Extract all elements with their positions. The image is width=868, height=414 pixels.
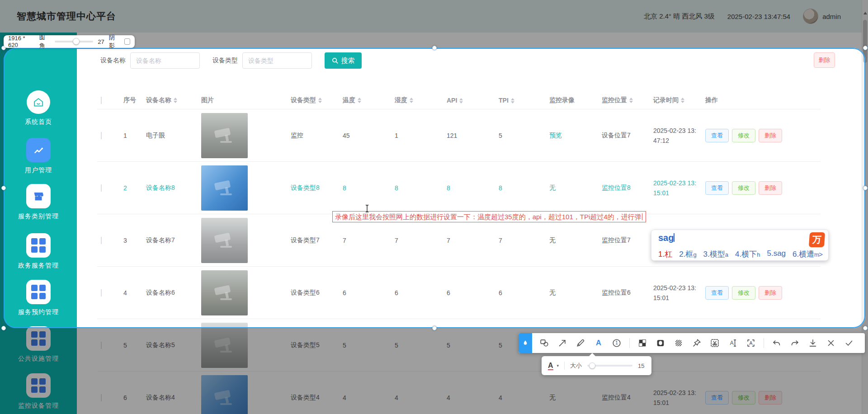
pin-tool-icon[interactable] (691, 338, 702, 348)
device-image[interactable] (201, 323, 248, 368)
selection-handle[interactable] (863, 186, 868, 190)
ocr-tool-icon[interactable]: A (745, 338, 756, 348)
font-color-button[interactable]: A (548, 362, 553, 370)
device-type-input[interactable] (242, 52, 312, 69)
camera-glyph-icon (212, 125, 237, 146)
row-checkbox[interactable] (101, 132, 102, 139)
shapes-tool-icon[interactable] (539, 338, 550, 348)
hatch-tool-icon[interactable] (673, 338, 684, 348)
scrollbar-thumb[interactable] (863, 20, 867, 63)
sidebar-item-服务预约管理[interactable]: 服务预约管理 (0, 280, 77, 316)
edit-button[interactable]: 修改 (732, 129, 755, 142)
user-menu[interactable]: admin (803, 9, 841, 24)
ime-prev-page[interactable]: < (811, 250, 816, 258)
device-image[interactable] (201, 165, 248, 211)
ime-candidate[interactable]: 4.横下h (735, 249, 760, 259)
download-tool-icon[interactable] (807, 338, 818, 348)
edit-button[interactable]: 修改 (732, 391, 755, 405)
ime-candidate[interactable]: 1.杠 (658, 249, 672, 259)
droplet-icon[interactable] (519, 333, 532, 353)
sidebar-item-公共设施管理[interactable]: 公共设施管理 (0, 326, 77, 363)
view-button[interactable]: 查看 (705, 181, 729, 195)
arrow-tool-icon[interactable] (557, 338, 568, 348)
delete-row-button[interactable]: 删除 (759, 286, 782, 300)
cell-api: 7 (443, 237, 495, 244)
ime-candidate[interactable]: 5.sag (767, 249, 786, 259)
extract-text-tool-icon[interactable]: A (727, 338, 738, 348)
close-tool-icon[interactable] (826, 338, 836, 348)
device-image[interactable] (201, 218, 248, 263)
column-header-TPI: TPI (495, 97, 546, 104)
selection-handle[interactable] (863, 46, 868, 50)
avatar[interactable] (803, 9, 818, 24)
search-button[interactable]: 搜索 (325, 52, 362, 69)
mosaic-tool-icon[interactable] (637, 338, 648, 348)
column-header-label: 湿度 (395, 96, 407, 104)
ime-brand-icon[interactable]: 万 (809, 232, 825, 247)
selection-handle[interactable] (1, 186, 6, 190)
sort-arrows-icon[interactable] (410, 98, 413, 103)
selection-handle[interactable] (1, 326, 6, 330)
annotation-textbox[interactable]: 录像后这里我会按照网上的数据进行设置一下：温度超过35度的，api，超过101，… (332, 211, 646, 222)
snip-radius-slider[interactable] (55, 41, 94, 42)
ime-next-page[interactable]: > (819, 250, 823, 258)
device-image[interactable] (201, 270, 248, 315)
selection-handle[interactable] (432, 326, 437, 330)
number-tool-icon[interactable]: 1 (611, 338, 622, 348)
redo-tool-icon[interactable] (789, 338, 800, 348)
record-time-line2: 47:12 (653, 136, 702, 146)
edit-button[interactable]: 修改 (732, 181, 755, 195)
delete-row-button[interactable]: 删除 (759, 129, 782, 142)
confirm-tool-icon[interactable] (844, 338, 854, 348)
delete-button[interactable]: 删除 (814, 52, 835, 68)
sort-arrows-icon[interactable] (511, 98, 514, 104)
sort-arrows-icon[interactable] (174, 98, 177, 103)
view-button[interactable]: 查看 (705, 286, 729, 300)
sidebar-item-监控设备管理[interactable]: 监控设备管理 (0, 373, 77, 410)
selection-handle[interactable] (432, 46, 437, 50)
text-tool-icon[interactable]: A (593, 338, 604, 348)
device-image[interactable] (201, 113, 248, 158)
device-name-input[interactable] (130, 52, 200, 69)
snip-shadow-checkbox[interactable] (124, 38, 130, 45)
sidebar-item-用户管理[interactable]: 用户管理 (0, 138, 77, 174)
snip-radius-knob[interactable] (73, 38, 80, 45)
cell-api: 6 (443, 289, 495, 296)
edit-button[interactable]: 修改 (732, 286, 755, 300)
sort-arrows-icon[interactable] (681, 98, 684, 103)
scroll-up-arrow-icon[interactable] (863, 12, 867, 14)
sidebar-item-label: 服务类别管理 (0, 212, 77, 221)
column-header-label: 设备名称 (146, 96, 171, 104)
sidebar-item-系统首页[interactable]: 系统首页 (0, 90, 77, 126)
sort-arrows-icon[interactable] (358, 98, 361, 103)
font-size-slider[interactable] (587, 365, 632, 367)
row-checkbox[interactable] (101, 342, 102, 349)
sort-arrows-icon[interactable] (459, 98, 463, 104)
pen-tool-icon[interactable] (575, 338, 586, 348)
sort-arrows-icon[interactable] (318, 98, 322, 103)
ime-candidate[interactable]: 2.框g (679, 249, 696, 259)
row-checkbox[interactable] (101, 289, 102, 296)
chevron-down-icon[interactable]: ▾ (557, 363, 559, 368)
sidebar-item-服务类别管理[interactable]: 服务类别管理 (0, 184, 77, 221)
device-image[interactable] (201, 375, 248, 414)
delete-row-button[interactable]: 删除 (759, 391, 782, 405)
select-all-checkbox[interactable] (101, 97, 102, 104)
row-checkbox[interactable] (101, 394, 102, 401)
sort-arrows-icon[interactable] (629, 98, 633, 103)
font-size-knob[interactable] (589, 362, 595, 369)
view-button[interactable]: 查看 (705, 129, 729, 142)
selection-handle[interactable] (863, 326, 868, 330)
row-checkbox[interactable] (101, 237, 102, 244)
cut-tool-icon[interactable] (709, 338, 720, 348)
ime-candidate[interactable]: 3.模型a (703, 249, 728, 259)
row-checkbox[interactable] (101, 184, 102, 192)
view-button[interactable]: 查看 (705, 391, 729, 405)
video-preview-link[interactable]: 预览 (549, 132, 562, 139)
cell-device-name: 设备名称4 (142, 394, 198, 402)
cell-video: 无 (546, 394, 598, 402)
undo-tool-icon[interactable] (771, 338, 782, 348)
delete-row-button[interactable]: 删除 (759, 181, 782, 195)
sidebar-item-政务服务管理[interactable]: 政务服务管理 (0, 233, 77, 270)
blur-tool-icon[interactable] (655, 338, 666, 348)
